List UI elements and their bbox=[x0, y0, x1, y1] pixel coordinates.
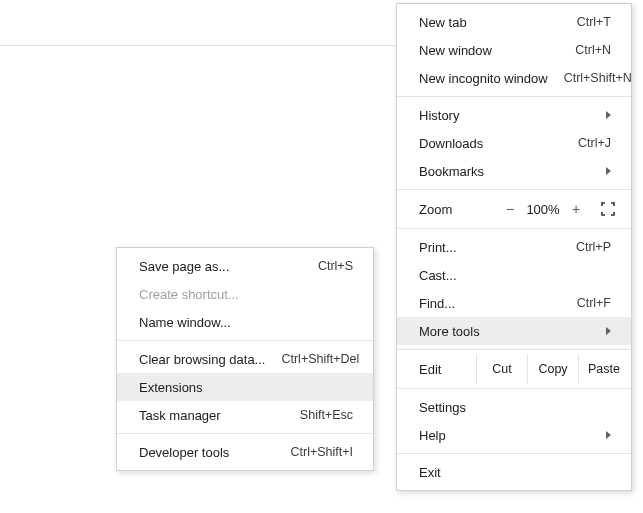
menu-label: History bbox=[419, 108, 598, 123]
more-tools-submenu: Save page as... Ctrl+S Create shortcut..… bbox=[116, 247, 374, 471]
cut-button[interactable]: Cut bbox=[476, 354, 527, 384]
menu-item-save-page-as[interactable]: Save page as... Ctrl+S bbox=[117, 252, 373, 280]
submenu-arrow-icon bbox=[606, 431, 611, 439]
menu-shortcut: Ctrl+Shift+N bbox=[564, 71, 632, 85]
menu-item-print[interactable]: Print... Ctrl+P bbox=[397, 233, 631, 261]
fullscreen-button[interactable] bbox=[595, 200, 621, 218]
menu-item-bookmarks[interactable]: Bookmarks bbox=[397, 157, 631, 185]
paste-button[interactable]: Paste bbox=[578, 354, 629, 384]
copy-button[interactable]: Copy bbox=[527, 354, 578, 384]
menu-label: Extensions bbox=[139, 380, 353, 395]
menu-separator bbox=[117, 433, 373, 434]
menu-separator bbox=[397, 388, 631, 389]
menu-item-new-tab[interactable]: New tab Ctrl+T bbox=[397, 8, 631, 36]
menu-item-clear-browsing-data[interactable]: Clear browsing data... Ctrl+Shift+Del bbox=[117, 345, 373, 373]
zoom-controls: − 100% + bbox=[497, 200, 621, 218]
fullscreen-icon bbox=[601, 202, 615, 216]
menu-item-extensions[interactable]: Extensions bbox=[117, 373, 373, 401]
menu-label: Name window... bbox=[139, 315, 353, 330]
menu-shortcut: Ctrl+F bbox=[577, 296, 611, 310]
menu-item-history[interactable]: History bbox=[397, 101, 631, 129]
menu-label: More tools bbox=[419, 324, 598, 339]
menu-label: New incognito window bbox=[419, 71, 548, 86]
menu-separator bbox=[117, 340, 373, 341]
menu-item-task-manager[interactable]: Task manager Shift+Esc bbox=[117, 401, 373, 429]
menu-label: Print... bbox=[419, 240, 560, 255]
menu-item-cast[interactable]: Cast... bbox=[397, 261, 631, 289]
menu-item-new-window[interactable]: New window Ctrl+N bbox=[397, 36, 631, 64]
menu-label: Task manager bbox=[139, 408, 284, 423]
menu-label: Find... bbox=[419, 296, 561, 311]
menu-label: Downloads bbox=[419, 136, 562, 151]
menu-shortcut: Ctrl+S bbox=[318, 259, 353, 273]
menu-shortcut: Shift+Esc bbox=[300, 408, 353, 422]
menu-item-new-incognito[interactable]: New incognito window Ctrl+Shift+N bbox=[397, 64, 631, 92]
menu-shortcut: Ctrl+P bbox=[576, 240, 611, 254]
menu-item-name-window[interactable]: Name window... bbox=[117, 308, 373, 336]
zoom-label: Zoom bbox=[419, 202, 497, 217]
menu-item-settings[interactable]: Settings bbox=[397, 393, 631, 421]
zoom-out-button[interactable]: − bbox=[497, 201, 523, 217]
menu-separator bbox=[397, 96, 631, 97]
menu-label: Help bbox=[419, 428, 598, 443]
menu-separator bbox=[397, 453, 631, 454]
page-canvas: New tab Ctrl+T New window Ctrl+N New inc… bbox=[0, 0, 643, 513]
menu-item-create-shortcut[interactable]: Create shortcut... bbox=[117, 280, 373, 308]
menu-separator bbox=[397, 189, 631, 190]
menu-shortcut: Ctrl+Shift+Del bbox=[281, 352, 359, 366]
menu-shortcut: Ctrl+N bbox=[575, 43, 611, 57]
edit-label: Edit bbox=[419, 362, 476, 377]
menu-separator bbox=[397, 228, 631, 229]
menu-label: Save page as... bbox=[139, 259, 302, 274]
zoom-level: 100% bbox=[523, 202, 563, 217]
menu-label: Settings bbox=[419, 400, 611, 415]
menu-item-more-tools[interactable]: More tools bbox=[397, 317, 631, 345]
menu-shortcut: Ctrl+J bbox=[578, 136, 611, 150]
menu-item-exit[interactable]: Exit bbox=[397, 458, 631, 486]
menu-shortcut: Ctrl+T bbox=[577, 15, 611, 29]
menu-item-zoom: Zoom − 100% + bbox=[397, 194, 631, 224]
submenu-arrow-icon bbox=[606, 167, 611, 175]
submenu-arrow-icon bbox=[606, 327, 611, 335]
menu-item-developer-tools[interactable]: Developer tools Ctrl+Shift+I bbox=[117, 438, 373, 466]
menu-separator bbox=[397, 349, 631, 350]
submenu-arrow-icon bbox=[606, 111, 611, 119]
menu-label: Bookmarks bbox=[419, 164, 598, 179]
zoom-in-button[interactable]: + bbox=[563, 201, 589, 217]
menu-label: New window bbox=[419, 43, 559, 58]
menu-label: Create shortcut... bbox=[139, 287, 353, 302]
menu-item-help[interactable]: Help bbox=[397, 421, 631, 449]
content-divider bbox=[0, 45, 395, 46]
menu-item-find[interactable]: Find... Ctrl+F bbox=[397, 289, 631, 317]
menu-label: New tab bbox=[419, 15, 561, 30]
menu-label: Clear browsing data... bbox=[139, 352, 265, 367]
menu-item-downloads[interactable]: Downloads Ctrl+J bbox=[397, 129, 631, 157]
menu-label: Cast... bbox=[419, 268, 611, 283]
menu-label: Developer tools bbox=[139, 445, 274, 460]
chrome-main-menu: New tab Ctrl+T New window Ctrl+N New inc… bbox=[396, 3, 632, 491]
menu-label: Exit bbox=[419, 465, 611, 480]
menu-item-edit: Edit Cut Copy Paste bbox=[397, 354, 631, 384]
menu-shortcut: Ctrl+Shift+I bbox=[290, 445, 353, 459]
